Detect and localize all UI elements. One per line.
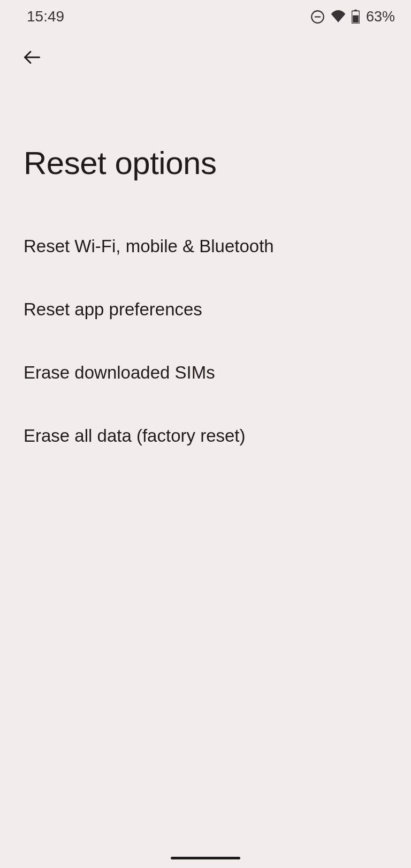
option-erase-all-data-factory-reset[interactable]: Erase all data (factory reset) <box>0 404 411 467</box>
status-icons-right: 63% <box>310 9 395 25</box>
page-title: Reset options <box>0 78 411 182</box>
app-bar <box>0 27 411 78</box>
option-reset-wifi-mobile-bluetooth[interactable]: Reset Wi-Fi, mobile & Bluetooth <box>0 215 411 278</box>
svg-rect-4 <box>353 16 359 23</box>
battery-icon <box>352 10 360 24</box>
options-list: Reset Wi-Fi, mobile & Bluetooth Reset ap… <box>0 182 411 467</box>
arrow-back-icon <box>22 48 42 69</box>
do-not-disturb-icon <box>310 10 325 24</box>
option-reset-app-preferences[interactable]: Reset app preferences <box>0 278 411 341</box>
status-bar: 15:49 63% <box>0 0 411 27</box>
option-label: Erase all data (factory reset) <box>24 426 246 446</box>
option-label: Erase downloaded SIMs <box>24 363 215 382</box>
status-time: 15:49 <box>27 8 64 25</box>
option-label: Reset Wi-Fi, mobile & Bluetooth <box>24 236 274 256</box>
option-label: Reset app preferences <box>24 299 202 319</box>
navigation-bar-handle[interactable] <box>171 857 240 859</box>
battery-percent: 63% <box>366 9 395 25</box>
wifi-icon <box>330 10 346 23</box>
back-button[interactable] <box>19 46 45 71</box>
option-erase-downloaded-sims[interactable]: Erase downloaded SIMs <box>0 341 411 404</box>
